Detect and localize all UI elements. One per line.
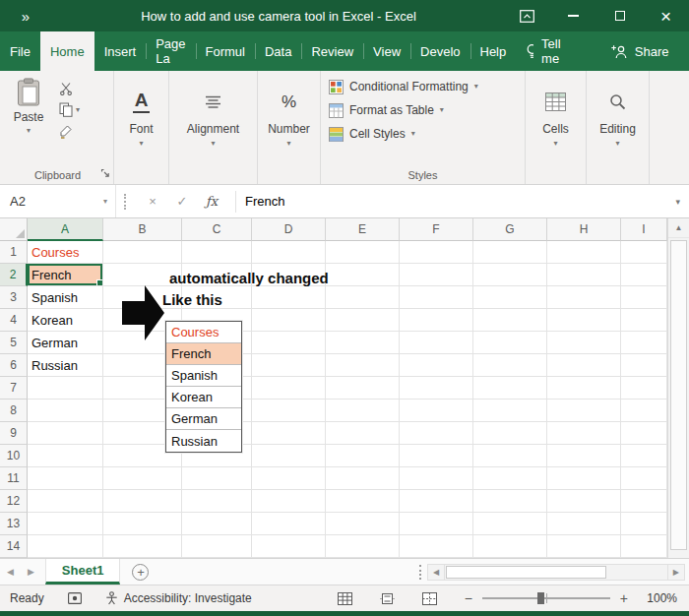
column-header-G[interactable]: G: [473, 218, 547, 241]
conditional-formatting-button[interactable]: Conditional Formatting ▾: [329, 79, 525, 94]
cell-B11[interactable]: [103, 467, 182, 490]
sheet-nav-left-icon[interactable]: ◀: [0, 567, 21, 577]
cell-G1[interactable]: [473, 241, 547, 264]
cell-I12[interactable]: [621, 490, 667, 513]
cell-A10[interactable]: [28, 445, 103, 467]
cell-C14[interactable]: [182, 535, 252, 558]
row-header-11[interactable]: 11: [0, 467, 28, 490]
cell-G12[interactable]: [473, 490, 547, 513]
cell-E4[interactable]: [326, 309, 400, 332]
cell-D3[interactable]: [252, 286, 326, 309]
column-header-A[interactable]: A: [28, 218, 103, 241]
cell-F11[interactable]: [400, 467, 473, 490]
cell-C11[interactable]: [182, 467, 252, 490]
cell-E3[interactable]: [326, 286, 400, 309]
cell-A12[interactable]: [28, 490, 103, 513]
row-header-9[interactable]: 9: [0, 422, 28, 445]
tab-page-layout[interactable]: Page La: [146, 31, 195, 71]
cell-D4[interactable]: [252, 309, 326, 332]
cell-F7[interactable]: [400, 377, 473, 400]
vertical-scroll-thumb[interactable]: [670, 240, 687, 550]
page-layout-view-button[interactable]: [366, 592, 408, 605]
insert-function-button[interactable]: ƒx: [197, 194, 226, 209]
maximize-button[interactable]: [596, 0, 643, 31]
cell-D14[interactable]: [252, 535, 326, 558]
cell-G9[interactable]: [473, 422, 547, 445]
cell-A1[interactable]: Courses: [28, 241, 103, 264]
share-button[interactable]: Share: [601, 31, 679, 71]
cells-group-button[interactable]: Cells ▾: [526, 71, 587, 184]
cell-H5[interactable]: [547, 332, 621, 354]
accessibility-button[interactable]: Accessibility: Investigate: [105, 591, 252, 605]
cell-A5[interactable]: German: [28, 332, 103, 354]
cell-H10[interactable]: [547, 445, 621, 467]
horizontal-scroll-track[interactable]: [445, 564, 667, 581]
cell-G14[interactable]: [473, 535, 547, 558]
row-header-12[interactable]: 12: [0, 490, 28, 513]
scroll-up-icon[interactable]: ▲: [668, 218, 689, 238]
cell-F13[interactable]: [400, 513, 473, 535]
cell-C13[interactable]: [182, 513, 252, 535]
row-header-8[interactable]: 8: [0, 400, 28, 422]
zoom-slider-thumb[interactable]: [537, 592, 544, 604]
font-group-button[interactable]: A Font ▾: [114, 71, 169, 184]
tab-home[interactable]: Home: [40, 31, 94, 71]
cell-G7[interactable]: [473, 377, 547, 400]
cell-H13[interactable]: [547, 513, 621, 535]
tab-data[interactable]: Data: [255, 31, 301, 71]
cell-D6[interactable]: [252, 354, 326, 377]
close-button[interactable]: ×: [643, 0, 689, 31]
cell-H3[interactable]: [547, 286, 621, 309]
cell-G11[interactable]: [473, 467, 547, 490]
cell-H9[interactable]: [547, 422, 621, 445]
zoom-in-button[interactable]: +: [610, 590, 638, 606]
cell-E13[interactable]: [326, 513, 400, 535]
zoom-slider[interactable]: [482, 597, 610, 599]
column-header-B[interactable]: B: [103, 218, 182, 241]
horizontal-scrollbar[interactable]: ◀ ▶: [427, 564, 685, 581]
cell-H4[interactable]: [547, 309, 621, 332]
enter-button[interactable]: ✓: [167, 194, 197, 209]
zoom-level[interactable]: 100%: [638, 591, 677, 605]
cell-F12[interactable]: [400, 490, 473, 513]
sheet-nav-right-icon[interactable]: ▶: [21, 567, 41, 577]
row-header-2[interactable]: 2: [0, 264, 28, 286]
editing-group-button[interactable]: Editing ▾: [587, 71, 650, 184]
cell-D10[interactable]: [252, 445, 326, 467]
row-header-14[interactable]: 14: [0, 535, 28, 558]
camera-tool-image[interactable]: Courses French Spanish Korean German Rus…: [165, 321, 242, 453]
cell-G8[interactable]: [473, 400, 547, 422]
cell-A6[interactable]: Russian: [28, 354, 103, 377]
format-painter-button[interactable]: [55, 124, 84, 139]
cell-I5[interactable]: [621, 332, 667, 354]
cell-D7[interactable]: [252, 377, 326, 400]
cell-B14[interactable]: [103, 535, 182, 558]
cancel-button[interactable]: ×: [138, 194, 167, 209]
tab-splitter-handle[interactable]: [419, 565, 421, 580]
horizontal-scroll-thumb[interactable]: [446, 566, 605, 579]
cell-I10[interactable]: [621, 445, 667, 467]
chevron-down-icon[interactable]: ▾: [103, 197, 107, 206]
cell-D9[interactable]: [252, 422, 326, 445]
row-header-6[interactable]: 6: [0, 354, 28, 377]
cell-B12[interactable]: [103, 490, 182, 513]
tab-view[interactable]: View: [363, 31, 410, 71]
ribbon-display-options-button[interactable]: [504, 0, 550, 31]
row-header-10[interactable]: 10: [0, 445, 28, 467]
cell-A3[interactable]: Spanish: [28, 286, 103, 309]
cell-G13[interactable]: [473, 513, 547, 535]
format-as-table-button[interactable]: Format as Table ▾: [329, 102, 525, 118]
name-box[interactable]: A2 ▾: [0, 185, 116, 217]
cell-D1[interactable]: [252, 241, 326, 264]
column-header-D[interactable]: D: [252, 218, 326, 241]
cell-D12[interactable]: [252, 490, 326, 513]
cell-I8[interactable]: [621, 400, 667, 422]
column-header-E[interactable]: E: [326, 218, 400, 241]
cell-H1[interactable]: [547, 241, 621, 264]
row-header-7[interactable]: 7: [0, 377, 28, 400]
cell-A8[interactable]: [28, 400, 103, 422]
column-header-I[interactable]: I: [621, 218, 667, 241]
cell-E10[interactable]: [326, 445, 400, 467]
cell-A7[interactable]: [28, 377, 103, 400]
row-header-3[interactable]: 3: [0, 286, 28, 309]
